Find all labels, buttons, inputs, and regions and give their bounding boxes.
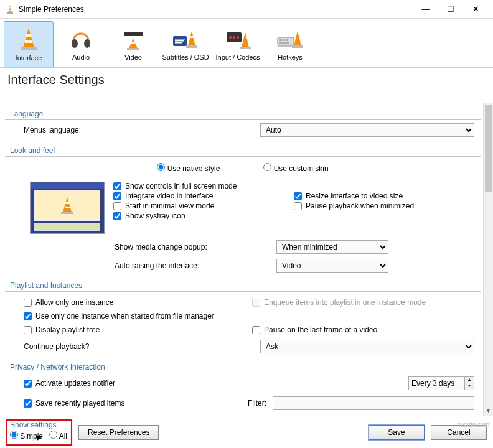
svg-marker-19 (188, 31, 195, 46)
svg-rect-31 (286, 39, 288, 41)
svg-marker-26 (242, 32, 249, 47)
tab-label: Interface (6, 54, 52, 62)
cb-pause-last-frame[interactable]: Pause on the last frame of a video (252, 323, 481, 337)
subtitles-icon (172, 26, 199, 51)
cone-icon (18, 27, 39, 52)
spin-up-icon[interactable]: ▲ (465, 377, 474, 383)
svg-rect-10 (124, 32, 143, 36)
svg-marker-35 (63, 197, 72, 212)
spin-down-icon[interactable]: ▼ (465, 383, 474, 390)
cb-one-instance-fm[interactable]: Use only one instance when started from … (5, 309, 481, 323)
svg-point-9 (84, 39, 90, 48)
tab-hotkeys[interactable]: Hotkeys (265, 21, 315, 67)
cb-updates-notifier[interactable]: Activate updates notifier (24, 379, 260, 388)
headphones-icon (68, 26, 93, 51)
continue-playback-label: Continue playback? (24, 342, 254, 351)
svg-rect-13 (127, 48, 139, 50)
svg-rect-38 (65, 207, 70, 208)
minimize-button[interactable]: — (413, 1, 438, 17)
tab-video[interactable]: Video (108, 21, 158, 67)
cb-minimal-view[interactable]: Start in minimal view mode (113, 202, 294, 210)
skin-preview (30, 182, 105, 234)
settings-content: Language Menus language: Auto Look and f… (5, 103, 489, 416)
group-language: Language (5, 106, 481, 120)
cb-systray-icon[interactable]: Show systray icon (113, 212, 294, 220)
titlebar: Simple Preferences — ☐ ✕ (0, 0, 493, 19)
cb-save-recent[interactable]: Save recently played items (24, 399, 242, 408)
updates-interval-spinner[interactable]: ▲▼ (408, 376, 474, 390)
reset-preferences-button[interactable]: Reset Preferences (78, 425, 159, 440)
cb-fullscreen-controls[interactable]: Show controls in full screen mode (113, 182, 294, 190)
clapper-icon (120, 26, 146, 51)
scrollbar-thumb[interactable] (485, 105, 492, 192)
svg-rect-7 (25, 40, 32, 43)
svg-rect-34 (292, 45, 303, 48)
svg-rect-6 (26, 34, 31, 37)
window-controls: — ☐ ✕ (413, 1, 488, 17)
menus-language-label: Menus language: (24, 126, 254, 134)
tab-label: Hotkeys (266, 54, 314, 61)
svg-rect-16 (175, 39, 185, 40)
svg-rect-32 (279, 42, 289, 44)
svg-rect-29 (279, 39, 282, 41)
svg-rect-1 (7, 12, 13, 14)
svg-rect-11 (124, 36, 143, 37)
autoraise-label: Auto raising the interface: (115, 261, 270, 270)
group-playlist: Playlist and Instances (5, 278, 481, 292)
show-settings-group: Show settings Simple All (6, 419, 72, 446)
svg-point-8 (72, 39, 78, 48)
window-title: Simple Preferences (19, 5, 413, 14)
hotkeys-icon (276, 26, 304, 51)
page-title: Interface Settings (0, 68, 493, 90)
svg-rect-28 (278, 37, 294, 46)
filter-label: Filter: (248, 399, 266, 408)
tab-codecs[interactable]: Input / Codecs (213, 21, 263, 67)
svg-rect-5 (21, 47, 37, 50)
maximize-button[interactable]: ☐ (438, 1, 463, 17)
tab-subtitles[interactable]: Subtitles / OSD (161, 21, 210, 67)
close-button[interactable]: ✕ (463, 1, 488, 17)
svg-marker-33 (294, 31, 301, 46)
tab-label: Audio (57, 54, 105, 61)
cb-playlist-tree[interactable]: Display playlist tree (24, 323, 252, 337)
tab-interface[interactable]: Interface (4, 21, 54, 67)
save-button[interactable]: Save (369, 425, 425, 440)
tab-label: Subtitles / OSD (162, 54, 209, 61)
vertical-scrollbar[interactable]: ▲ ▼ (483, 103, 493, 416)
media-popup-select[interactable]: When minimized (276, 240, 388, 254)
continue-playback-select[interactable]: Ask (260, 340, 474, 353)
svg-rect-18 (175, 42, 182, 44)
tab-audio[interactable]: Audio (56, 21, 106, 67)
scroll-down-icon[interactable]: ▼ (484, 406, 493, 416)
media-popup-label: Show media change popup: (115, 243, 270, 251)
autoraise-select[interactable]: Video (276, 259, 388, 273)
svg-rect-3 (9, 10, 11, 11)
cb-resize-interface[interactable]: Resize interface to video size (294, 192, 474, 200)
codecs-icon (224, 26, 251, 51)
cb-integrate-video[interactable]: Integrate video in interface (113, 192, 294, 200)
menus-language-select[interactable]: Auto (260, 123, 474, 137)
radio-custom-skin[interactable]: Use custom skin (263, 163, 328, 173)
filter-input[interactable] (273, 396, 474, 410)
show-settings-label: Show settings (10, 421, 67, 429)
svg-rect-2 (9, 7, 11, 9)
cb-pause-minimized[interactable]: Pause playback when minimized (294, 202, 474, 210)
tab-label: Input / Codecs (214, 54, 261, 61)
svg-point-23 (229, 36, 232, 39)
svg-point-25 (237, 36, 239, 39)
cb-metadata-access[interactable]: Allow metadata network access (5, 413, 481, 416)
cb-one-instance[interactable]: Allow only one instance (24, 296, 252, 309)
cb-enqueue-playlist: Enqueue items into playlist in one insta… (252, 296, 481, 309)
svg-rect-27 (240, 47, 251, 49)
group-privacy: Privacy / Network Interaction (5, 359, 481, 373)
footer: Show settings Simple All Reset Preferenc… (0, 417, 493, 448)
radio-show-all[interactable]: All (49, 431, 67, 441)
radio-native-style[interactable]: Use native style (157, 163, 220, 173)
svg-rect-21 (190, 36, 194, 38)
svg-point-24 (233, 36, 235, 39)
radio-show-simple[interactable]: Simple (10, 431, 43, 441)
tab-label: Video (110, 54, 157, 61)
category-tabs: Interface Audio Video Subtitles / OSD In… (0, 19, 493, 68)
watermark: wsxdn.com (458, 421, 489, 428)
svg-rect-37 (65, 202, 69, 204)
